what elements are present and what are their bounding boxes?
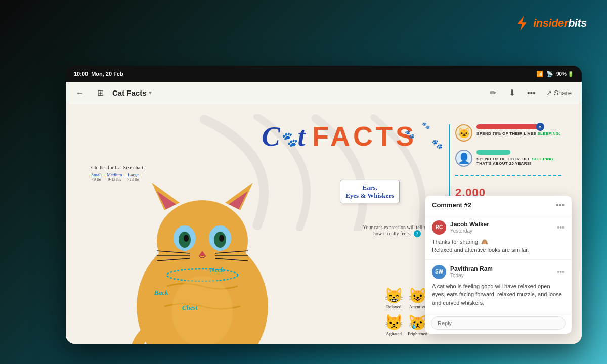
relaxed-emoji: 😸 [384, 287, 403, 304]
stat2-content: SPEND 1/3 OF THEIR LIFE SLEEPING; THAT'S… [476, 150, 561, 166]
battery-status: 90% 🔋 [556, 71, 574, 77]
frightened-emoji: 😿 [408, 313, 427, 331]
comment-user-1: RC Jacob Walker Yesterday ••• [432, 220, 565, 235]
cat-title-word: C🐾t [262, 121, 312, 152]
content-area: C🐾t FACTS 🐾 🐾 🐾 Clothes for Cat Size cha… [66, 104, 582, 344]
stats-divider [455, 175, 561, 176]
comment-entry-more-2[interactable]: ••• [557, 268, 565, 276]
comment-text-2: A cat who is feeling good will have rela… [432, 282, 565, 307]
battery-icon: 🔋 [568, 71, 574, 77]
comment-time-2: Today [450, 272, 553, 278]
grid-button[interactable]: ⊞ [92, 85, 108, 101]
frightened-label: Frightened [408, 331, 427, 336]
chest-label: Chest [182, 304, 197, 312]
relaxed-label: Relaxed [386, 304, 402, 309]
cat-svg [106, 155, 298, 344]
agitated-emoji: 😾 [384, 313, 403, 331]
expression-relaxed: 😸 Relaxed [384, 287, 404, 309]
attentive-emoji: 😺 [408, 287, 427, 304]
back-button[interactable]: ← [72, 85, 88, 101]
signal-icon: 📡 [546, 71, 553, 77]
status-time: 10:00 [74, 71, 88, 77]
comment-username-2: Pavithran Ram [450, 265, 553, 272]
comment-time-1: Yesterday [450, 228, 553, 234]
comment-avatar-1: RC [432, 220, 446, 235]
comment-meta-2: Pavithran Ram Today [450, 265, 553, 278]
toolbar-right: ✏ ⬇ ••• ↗ Share [485, 85, 576, 101]
share-icon: ↗ [546, 89, 552, 97]
insiderbits-logo: insiderbits [513, 14, 587, 32]
stat1-badge: 5 [536, 123, 544, 131]
paw-print-3: 🐾 [431, 139, 443, 150]
comment-more-button[interactable]: ••• [556, 201, 565, 210]
expression-badge: 2 [414, 230, 421, 237]
comment-entry-1: RC Jacob Walker Yesterday ••• Thanks for… [425, 215, 572, 260]
dropdown-icon[interactable]: ▾ [149, 89, 152, 96]
status-left: 10:00 Mon, 20 Feb [74, 71, 123, 77]
stat2-avatar: 👤 [455, 150, 472, 167]
status-bar: 10:00 Mon, 20 Feb 📶 📡 90% 🔋 [66, 66, 582, 82]
stat1-bar: 5 [476, 124, 540, 129]
logo-text-bits: bits [568, 17, 587, 29]
paw-print-2: 🐾 [422, 122, 430, 129]
expression-description: Your cat's expression will tell you how … [362, 224, 432, 237]
pencil-button[interactable]: ✏ [485, 85, 501, 101]
svg-point-23 [172, 276, 233, 344]
cat-illustration [106, 155, 298, 344]
doc-title: Cat Facts [112, 88, 147, 97]
stat2-bar [476, 150, 510, 155]
stat-sleeping-70: 🐱 5 SPEND 70% OF THEIR LIVES SLEEPING; [455, 124, 561, 142]
stat2-text: SPEND 1/3 OF THEIR LIFE SLEEPING; THAT'S… [476, 157, 561, 166]
stat2-highlight: SLEEPING; [532, 157, 555, 161]
ears-eyes-whiskers-label: Ears,Eyes & Whiskers [340, 180, 400, 203]
status-right: 📶 📡 90% 🔋 [536, 71, 574, 77]
comment-username-1: Jacob Walker [450, 221, 553, 228]
attentive-label: Attentive [409, 304, 426, 309]
logo-lightning-icon [513, 14, 531, 32]
comment-header: Comment #2 ••• [425, 196, 572, 215]
comment-title: Comment #2 [432, 201, 471, 209]
more-button[interactable]: ••• [523, 85, 539, 101]
facts-title-word: FACTS [312, 121, 417, 151]
comment-text-1: Thanks for sharing. 🙈Relaxed and attenti… [432, 238, 565, 254]
comment-body: RC Jacob Walker Yesterday ••• Thanks for… [425, 215, 572, 313]
wifi-icon: 📶 [536, 71, 543, 77]
expression-text: Your cat's expression will tell you how … [363, 224, 431, 236]
comment-entry-more-1[interactable]: ••• [557, 223, 565, 232]
expression-agitated: 😾 Agitated [384, 313, 404, 336]
paw-print-1: 🐾 [405, 129, 415, 139]
doc-title-area: Cat Facts ▾ [112, 88, 481, 97]
size-small-label: Small [91, 172, 102, 177]
cat-facts-heading: C🐾t FACTS [262, 120, 417, 152]
share-button[interactable]: ↗ Share [542, 87, 576, 99]
battery-percentage: 90% [556, 71, 567, 77]
comment-user-2: SW Pavithran Ram Today ••• [432, 265, 565, 279]
status-date: Mon, 20 Feb [91, 71, 123, 77]
app-toolbar: ← ⊞ Cat Facts ▾ ✏ ⬇ ••• ↗ Share [66, 82, 582, 104]
svg-point-12 [219, 235, 224, 242]
stat1-avatar: 🐱 [455, 124, 472, 142]
back-label: Back [154, 289, 168, 297]
comment-input-area [425, 312, 572, 334]
neck-label: Neck [210, 266, 224, 274]
comment-avatar-2: SW [432, 265, 446, 279]
tablet-device: 10:00 Mon, 20 Feb 📶 📡 90% 🔋 ← ⊞ Cat Fact… [66, 66, 582, 344]
svg-point-11 [184, 235, 189, 242]
share-label: Share [554, 89, 572, 97]
comment-entry-2: SW Pavithran Ram Today ••• A cat who is … [425, 260, 572, 313]
download-button[interactable]: ⬇ [504, 85, 520, 101]
stat1-highlight: SLEEPING; [537, 131, 560, 136]
comment-panel: Comment #2 ••• RC Jacob Walker Yesterday… [425, 196, 572, 334]
stat1-content: 5 SPEND 70% OF THEIR LIVES SLEEPING; [476, 124, 561, 136]
logo-text-insider: insider [533, 17, 568, 29]
agitated-label: Agitated [386, 331, 402, 336]
logo-text: insiderbits [533, 17, 587, 30]
svg-marker-0 [517, 16, 527, 31]
stat-sleeping-third: 👤 SPEND 1/3 OF THEIR LIFE SLEEPING; THAT… [455, 150, 561, 167]
comment-meta-1: Jacob Walker Yesterday [450, 221, 553, 234]
size-small-lbs: <9 lbs [91, 177, 102, 182]
stat1-text: SPEND 70% OF THEIR LIVES SLEEPING; [476, 131, 561, 136]
comment-reply-input[interactable] [431, 316, 566, 330]
cat-expressions-grid: 😸 Relaxed 😺 Attentive 😾 Agitated 😿 Frigh… [384, 287, 427, 336]
